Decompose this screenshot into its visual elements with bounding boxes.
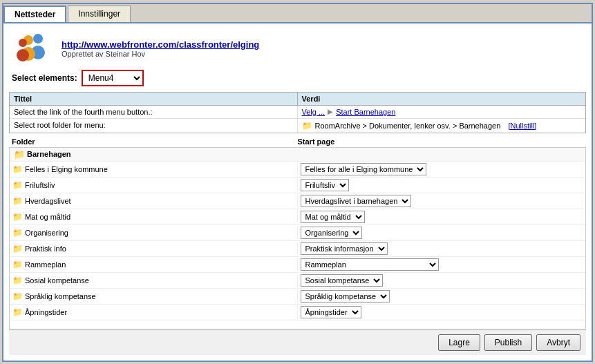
table-row: 📁 Rammeplan Rammeplan xyxy=(10,257,585,273)
folder-name-2: Hverdagslivet xyxy=(25,197,71,205)
folder-icon-2: 📁 xyxy=(12,196,23,206)
folder-name-5: Praktisk info xyxy=(25,245,66,253)
folder-icon-9: 📁 xyxy=(12,307,23,317)
info-row1-value: Velg ... ▶ Start Barnehagen xyxy=(298,106,586,118)
table-row: 📁 Friluftsliv Friluftsliv xyxy=(10,178,585,193)
info-row1-title: Select the link of the fourth menu butto… xyxy=(10,106,298,118)
barnehagen-folder-icon: 📁 xyxy=(14,149,25,160)
tab-bar: Nettsteder Innstillinger xyxy=(3,4,592,23)
folder-icon-6: 📁 xyxy=(12,260,23,269)
main-area: Tittel Verdi Select the link of the four… xyxy=(9,92,586,329)
main-window: Nettsteder Innstillinger http://www.webf… xyxy=(2,3,593,362)
select-elements-dropdown[interactable]: Menu4 Menu1 Menu2 Menu3 xyxy=(82,70,144,86)
table-row: 📁 Åpningstider Åpningstider xyxy=(10,305,585,320)
folder-name-1: Friluftsliv xyxy=(25,181,55,189)
table-row: 📁 Hverdagslivet Hverdagslivet i barnehag… xyxy=(10,193,585,209)
folder-icon-0: 📁 xyxy=(12,164,23,174)
table-row: 📁 Organisering Organisering xyxy=(10,225,585,241)
info-row2-value: 📁 RoomArchive > Dokumenter, lenker osv. … xyxy=(298,119,586,133)
folder-icon-3: 📁 xyxy=(12,212,23,222)
folder-name-8: Språklig kompetanse xyxy=(25,292,96,300)
tab-innstillinger[interactable]: Innstillinger xyxy=(68,6,131,22)
site-created-by: Opprettet av Steinar Hov xyxy=(62,50,259,58)
table-row: 📁 Felles i Elging kommune Felles for all… xyxy=(10,162,585,178)
svg-point-0 xyxy=(33,34,43,44)
startpage-select-2[interactable]: Hverdagslivet i barnehagen xyxy=(301,195,411,207)
header-text: http://www.webfronter.com/classfronter/e… xyxy=(62,39,259,58)
folder-icon-8: 📁 xyxy=(12,291,23,301)
save-button[interactable]: Lagre xyxy=(438,334,480,351)
table-row: 📁 Mat og måltid Mat og måltid xyxy=(10,209,585,225)
startpage-select-8[interactable]: Språklig kompetanse xyxy=(301,290,390,303)
cancel-button[interactable]: Avbryt xyxy=(536,334,580,351)
folder-icon-4: 📁 xyxy=(12,228,23,238)
startpage-select-0[interactable]: Felles for alle i Elging kommune xyxy=(301,163,426,175)
folder-name-7: Sosial kompetanse xyxy=(25,276,89,285)
info-row2-title: Select root folder for menu: xyxy=(10,119,298,133)
svg-point-5 xyxy=(17,49,29,61)
folder-small-icon: 📁 xyxy=(302,121,312,131)
footer-bar: Lagre Publish Avbryt xyxy=(9,329,586,355)
col-header-value: Verdi xyxy=(298,93,586,105)
folder-section: 📁 Barnehagen 📁 Felles i Elging kommune F… xyxy=(9,147,586,329)
col-folder-label: Folder xyxy=(12,137,298,146)
info-table: Tittel Verdi Select the link of the four… xyxy=(9,92,586,133)
info-row-folder: Select root folder for menu: 📁 RoomArchi… xyxy=(10,119,585,133)
nullstill-link[interactable]: [Nullstill] xyxy=(508,122,536,130)
folder-icon-7: 📁 xyxy=(12,276,23,285)
folder-icon-1: 📁 xyxy=(12,180,23,190)
startpage-select-1[interactable]: Friluftsliv xyxy=(301,179,349,191)
publish-button[interactable]: Publish xyxy=(484,334,532,351)
startpage-select-4[interactable]: Organisering xyxy=(301,227,362,239)
svg-point-4 xyxy=(19,39,27,47)
folder-name-4: Organisering xyxy=(25,229,68,237)
table-row: 📁 Språklig kompetanse Språklig kompetans… xyxy=(10,289,585,305)
col-startpage-label: Start page xyxy=(298,137,584,146)
startpage-select-9[interactable]: Åpningstider xyxy=(301,306,361,318)
info-icon: ▶ xyxy=(328,108,333,115)
folder-section-header: Folder Start page xyxy=(9,136,586,147)
site-url[interactable]: http://www.webfronter.com/classfronter/e… xyxy=(62,39,259,50)
tab-nettsteder[interactable]: Nettsteder xyxy=(3,6,66,22)
table-row: 📁 Praktisk info Praktisk informasjon xyxy=(10,241,585,257)
col-header-title: Tittel xyxy=(10,93,298,105)
folder-name-3: Mat og måltid xyxy=(25,213,70,221)
folder-name-9: Åpningstider xyxy=(25,308,67,316)
select-elements-label: Select elements: xyxy=(12,73,77,83)
header-section: http://www.webfronter.com/classfronter/e… xyxy=(9,29,586,70)
startpage-select-7[interactable]: Sosial kompetanse xyxy=(301,274,383,287)
folder-icon-5: 📁 xyxy=(12,244,23,253)
barnehagen-label-text: Barnehagen xyxy=(27,150,71,158)
start-barnehagen-link[interactable]: Start Barnehagen xyxy=(336,108,395,116)
startpage-select-5[interactable]: Praktisk informasjon xyxy=(301,242,388,255)
startpage-select-3[interactable]: Mat og måltid xyxy=(301,211,365,223)
folder-name-6: Rammeplan xyxy=(25,260,66,269)
select-elements-row: Select elements: Menu4 Menu1 Menu2 Menu3 xyxy=(9,70,586,86)
content-area: http://www.webfronter.com/classfronter/e… xyxy=(3,23,592,361)
info-row-link: Select the link of the fourth menu butto… xyxy=(10,106,585,119)
velg-link[interactable]: Velg ... xyxy=(302,108,325,116)
table-row: 📁 Sosial kompetanse Sosial kompetanse xyxy=(10,273,585,289)
startpage-select-6[interactable]: Rammeplan xyxy=(301,258,439,271)
folder-name-0: Felles i Elging kommune xyxy=(25,165,108,173)
folder-path: RoomArchive > Dokumenter, lenker osv. > … xyxy=(315,122,501,130)
barnehagen-root-row: 📁 Barnehagen xyxy=(10,148,585,162)
logo-icon xyxy=(16,33,50,64)
